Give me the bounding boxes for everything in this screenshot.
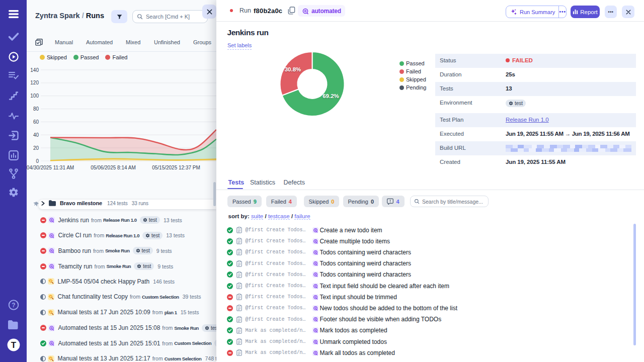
svg-text:05/15/2025 12:37 PM: 05/15/2025 12:37 PM	[152, 165, 200, 170]
svg-text:80: 80	[33, 106, 39, 112]
svg-text:100: 100	[30, 93, 39, 99]
svg-text:?: ?	[12, 302, 15, 309]
svg-text:120: 120	[30, 80, 39, 85]
svg-text:140: 140	[30, 67, 39, 73]
svg-text:60: 60	[33, 119, 39, 125]
svg-text:69.2%: 69.2%	[323, 93, 339, 99]
svg-text:05/06/2025 8:14 AM: 05/06/2025 8:14 AM	[91, 165, 136, 170]
svg-text:T: T	[11, 340, 16, 350]
svg-text:04/30/2025 11:31 AM: 04/30/2025 11:31 AM	[27, 165, 74, 170]
svg-text:20: 20	[33, 145, 39, 151]
svg-text:30.8%: 30.8%	[285, 66, 301, 72]
svg-text:40: 40	[33, 132, 39, 138]
svg-text:0: 0	[36, 158, 39, 164]
